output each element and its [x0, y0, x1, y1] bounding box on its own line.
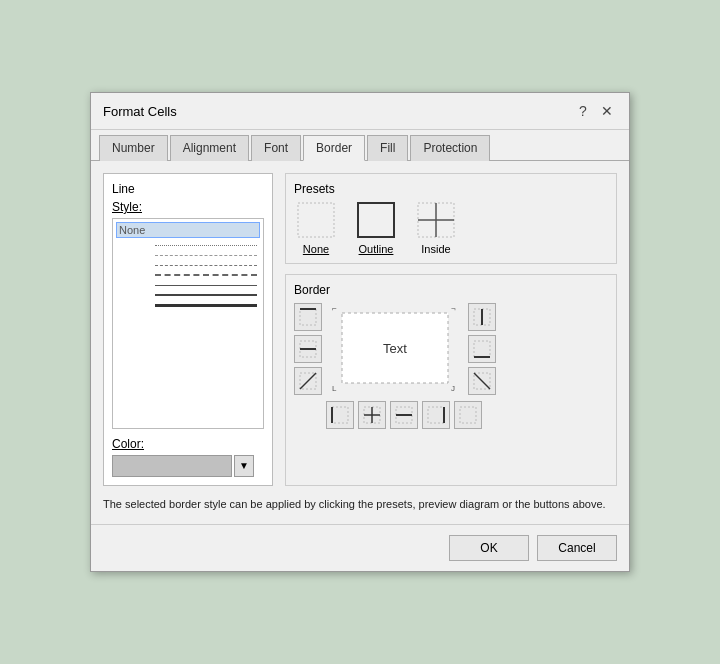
border-btn-center-h[interactable] — [358, 401, 386, 429]
border-diagonal-right-icon — [473, 372, 491, 390]
color-label: Color: — [112, 437, 264, 451]
border-preview[interactable]: ⌐ ¬ L J Text — [330, 303, 460, 393]
title-buttons: ? ✕ — [573, 101, 617, 121]
svg-text:⌐: ⌐ — [332, 304, 337, 313]
preset-none-icon — [294, 200, 338, 240]
line-preview-solid3 — [155, 304, 257, 307]
dialog-title: Format Cells — [103, 104, 177, 119]
preset-inside-label: Inside — [421, 243, 450, 255]
border-btn-no-border[interactable] — [454, 401, 482, 429]
preset-outline-icon — [354, 200, 398, 240]
border-buttons-right — [468, 303, 496, 395]
border-section-title: Border — [294, 283, 608, 297]
svg-rect-32 — [460, 407, 476, 423]
border-btn-top[interactable] — [294, 303, 322, 331]
border-section: Border — [285, 274, 617, 486]
line-style-dotted[interactable] — [117, 243, 259, 247]
color-dropdown-arrow[interactable]: ▼ — [234, 455, 254, 477]
line-style-solid2[interactable] — [117, 293, 259, 297]
border-btn-bottom-left-box[interactable] — [326, 401, 354, 429]
line-preview-dotted — [155, 244, 257, 246]
border-buttons-left — [294, 303, 322, 395]
svg-text:L: L — [332, 384, 337, 393]
border-middle-icon — [299, 340, 317, 358]
line-style-solid[interactable] — [117, 283, 259, 287]
svg-rect-0 — [298, 203, 334, 237]
border-btn-right-middle[interactable] — [468, 335, 496, 363]
border-btn-right-side[interactable] — [422, 401, 450, 429]
style-label: Style: — [112, 200, 264, 214]
svg-rect-23 — [332, 407, 348, 423]
line-style-solid3[interactable] — [117, 303, 259, 308]
line-preview-solid — [155, 284, 257, 286]
none-label: None — [119, 224, 149, 236]
tab-number[interactable]: Number — [99, 135, 168, 161]
color-section: Color: ▼ — [112, 437, 264, 477]
right-panel: Presets None — [285, 173, 617, 486]
border-btn-h-center[interactable] — [390, 401, 418, 429]
description-text: The selected border style can be applied… — [103, 496, 617, 513]
format-cells-dialog: Format Cells ? ✕ Number Alignment Font B… — [90, 92, 630, 572]
tab-content: Line Style: None — [91, 161, 629, 524]
border-btn-right-top[interactable] — [468, 303, 496, 331]
border-right-icon — [427, 406, 445, 424]
color-box[interactable] — [112, 455, 232, 477]
border-inner-h-icon — [363, 406, 381, 424]
close-button[interactable]: ✕ — [597, 101, 617, 121]
help-button[interactable]: ? — [573, 101, 593, 121]
border-left-icon — [331, 406, 349, 424]
cancel-button[interactable]: Cancel — [537, 535, 617, 561]
svg-text:¬: ¬ — [451, 304, 456, 313]
line-style-dash[interactable] — [117, 263, 259, 267]
line-style-dash-dot[interactable] — [117, 253, 259, 257]
border-diagonal-left-icon — [299, 372, 317, 390]
tab-fill[interactable]: Fill — [367, 135, 408, 161]
line-style-none[interactable]: None — [117, 223, 259, 237]
tab-protection[interactable]: Protection — [410, 135, 490, 161]
svg-line-22 — [474, 373, 490, 389]
svg-line-10 — [300, 373, 316, 389]
border-layout: ⌐ ¬ L J Text — [294, 303, 608, 395]
line-preview-solid2 — [155, 294, 257, 296]
tab-font[interactable]: Font — [251, 135, 301, 161]
title-bar: Format Cells ? ✕ — [91, 93, 629, 130]
line-styles-box: None — [112, 218, 264, 429]
preset-none[interactable]: None — [294, 200, 338, 255]
svg-rect-30 — [428, 407, 444, 423]
line-preview-dash — [155, 264, 257, 266]
preset-none-label: None — [303, 243, 329, 255]
svg-rect-1 — [358, 203, 394, 237]
presets-row: None Outline — [294, 200, 608, 255]
svg-rect-5 — [300, 309, 316, 325]
tab-alignment[interactable]: Alignment — [170, 135, 249, 161]
tab-border[interactable]: Border — [303, 135, 365, 161]
border-btn-bottom-left[interactable] — [294, 367, 322, 395]
border-bottom-icon — [473, 340, 491, 358]
ok-button[interactable]: OK — [449, 535, 529, 561]
presets-section: Presets None — [285, 173, 617, 264]
svg-text:Text: Text — [383, 341, 407, 356]
border-outer-h-icon — [395, 406, 413, 424]
line-preview-long-dash — [155, 274, 257, 276]
border-btn-middle[interactable] — [294, 335, 322, 363]
tab-bar: Number Alignment Font Border Fill Protec… — [91, 130, 629, 161]
preset-inside[interactable]: Inside — [414, 200, 458, 255]
footer: OK Cancel — [91, 524, 629, 571]
line-panel: Line Style: None — [103, 173, 273, 486]
line-preview-dash-dot — [155, 254, 257, 256]
presets-title: Presets — [294, 182, 608, 196]
line-style-long-dash[interactable] — [117, 273, 259, 277]
preset-outline[interactable]: Outline — [354, 200, 398, 255]
border-vertical-icon — [473, 308, 491, 326]
svg-rect-19 — [474, 341, 490, 357]
border-preview-container: ⌐ ¬ L J Text — [330, 303, 460, 395]
border-top-icon — [299, 308, 317, 326]
main-area: Line Style: None — [103, 173, 617, 486]
border-btn-diagonal-right[interactable] — [468, 367, 496, 395]
border-none-icon — [459, 406, 477, 424]
preset-outline-label: Outline — [359, 243, 394, 255]
border-buttons-bottom-row — [326, 401, 608, 429]
svg-text:J: J — [451, 384, 455, 393]
line-preview-none — [155, 229, 257, 231]
preset-inside-icon — [414, 200, 458, 240]
